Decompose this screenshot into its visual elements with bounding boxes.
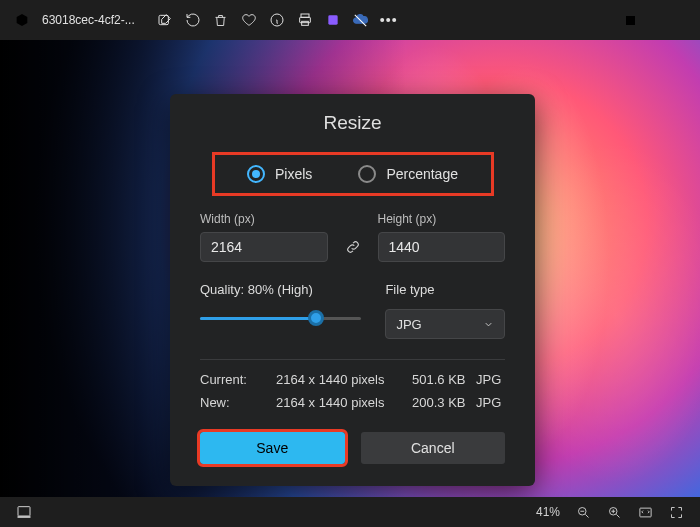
save-button[interactable]: Save [200,432,345,464]
svg-rect-11 [640,508,651,517]
stat-new-dims: 2164 x 1440 pixels [276,395,412,410]
stat-new-fmt: JPG [476,395,506,410]
stat-current-dims: 2164 x 1440 pixels [276,372,412,387]
stat-current-size: 501.6 KB [412,372,476,387]
zoom-in-icon[interactable] [599,505,630,520]
divider [200,359,505,360]
dimensions-row: Width (px) Height (px) [200,212,505,262]
fit-screen-icon[interactable] [630,505,661,520]
rotate-icon[interactable] [179,1,207,39]
close-button[interactable] [653,0,698,40]
quality-slider[interactable] [200,309,361,327]
app-icon [12,10,32,30]
filetype-value: JPG [396,317,421,332]
more-icon[interactable]: ••• [375,1,403,39]
radio-percentage[interactable]: Percentage [358,165,458,183]
zoom-out-icon[interactable] [568,505,599,520]
radio-unselected-icon [358,165,376,183]
delete-icon[interactable] [207,1,235,39]
minimize-button[interactable] [563,0,608,40]
edit-icon[interactable] [151,1,179,39]
slider-thumb-icon[interactable] [308,310,324,326]
svg-rect-5 [328,15,337,24]
color-tool-icon[interactable] [319,1,347,39]
zoom-value: 41% [528,505,568,519]
unit-radio-group: Pixels Percentage [212,152,494,196]
image-canvas: Resize Pixels Percentage Width (px) Heig… [0,40,700,497]
file-name: 63018cec-4cf2-... [42,13,135,27]
chevron-down-icon [483,319,494,330]
info-icon[interactable] [263,1,291,39]
stat-current-fmt: JPG [476,372,506,387]
statusbar: 41% [0,497,700,527]
print-icon[interactable] [291,1,319,39]
svg-rect-8 [18,517,30,518]
dialog-title: Resize [200,112,505,134]
svg-rect-4 [301,21,308,25]
gallery-icon[interactable] [8,504,40,520]
stats-grid: Current: 2164 x 1440 pixels 501.6 KB JPG… [200,372,505,410]
fullscreen-icon[interactable] [661,505,692,520]
cancel-button[interactable]: Cancel [361,432,506,464]
width-input[interactable] [200,232,328,262]
maximize-button[interactable] [608,0,653,40]
link-aspect-icon[interactable] [338,232,368,262]
resize-dialog: Resize Pixels Percentage Width (px) Heig… [170,94,535,486]
filetype-label: File type [385,282,505,297]
svg-rect-7 [18,507,30,516]
width-label: Width (px) [200,212,328,226]
radio-percentage-label: Percentage [386,166,458,182]
radio-pixels-label: Pixels [275,166,312,182]
favorite-icon[interactable] [235,1,263,39]
quality-label: Quality: 80% (High) [200,282,361,297]
height-input[interactable] [378,232,506,262]
titlebar: 63018cec-4cf2-... ••• [0,0,700,40]
radio-selected-icon [247,165,265,183]
filetype-select[interactable]: JPG [385,309,505,339]
stat-new-size: 200.3 KB [412,395,476,410]
height-label: Height (px) [378,212,506,226]
stat-current-label: Current: [200,372,276,387]
radio-pixels[interactable]: Pixels [247,165,312,183]
svg-rect-6 [626,16,635,25]
stat-new-label: New: [200,395,276,410]
cloud-off-icon[interactable] [347,1,375,39]
